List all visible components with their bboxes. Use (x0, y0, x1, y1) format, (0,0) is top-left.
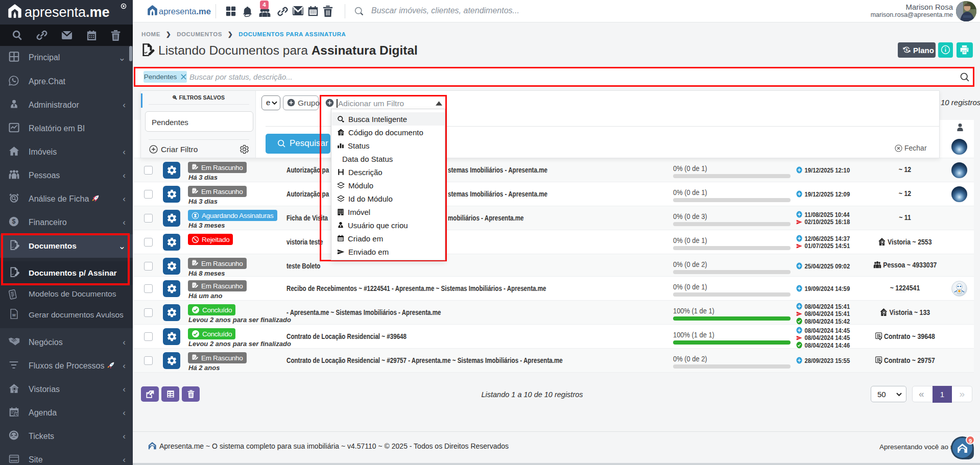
svg-text:$: $ (12, 218, 16, 225)
svg-text:$: $ (906, 48, 908, 52)
svg-text:w: w (12, 312, 16, 317)
svg-text:apresenta.me: apresenta.me (25, 5, 110, 20)
svg-text:apresenta.me: apresenta.me (159, 7, 211, 16)
svg-text:www: www (10, 459, 17, 462)
